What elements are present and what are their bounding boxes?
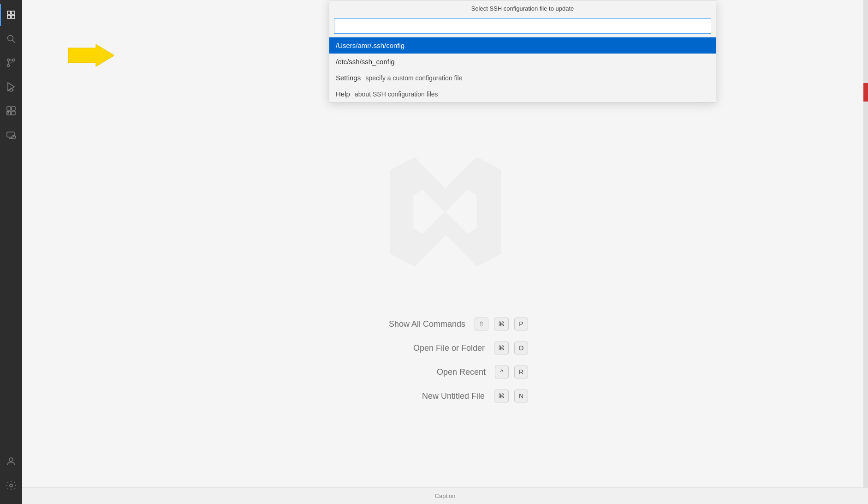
picker-item-help-desc: about SSH configuration files <box>355 90 438 98</box>
picker-list: /Users/amr/.ssh/config /etc/ssh/ssh_conf… <box>329 37 716 102</box>
svg-point-4 <box>8 36 13 41</box>
svg-rect-3 <box>12 15 15 18</box>
picker-item-path-1: /Users/amr/.ssh/config <box>336 42 404 49</box>
sidebar-item-explorer[interactable] <box>0 4 22 26</box>
svg-rect-15 <box>12 111 15 115</box>
svg-point-8 <box>7 59 10 61</box>
picker-item-etc-ssh-config[interactable]: /etc/ssh/ssh_config <box>329 54 716 70</box>
caption-bar: Caption <box>22 487 868 504</box>
picker-item-settings-prefix: Settings <box>336 74 361 82</box>
sidebar-bottom <box>0 450 22 500</box>
caption-text: Caption <box>435 492 456 499</box>
sidebar-item-remote-explorer[interactable] <box>0 124 22 146</box>
picker-item-help[interactable]: Help about SSH configuration files <box>329 86 716 102</box>
scrollbar[interactable] <box>863 0 868 504</box>
sidebar <box>0 0 22 504</box>
svg-point-23 <box>9 458 13 462</box>
picker-item-path-2: /etc/ssh/ssh_config <box>336 58 395 66</box>
svg-line-5 <box>12 40 15 43</box>
picker-title: Select SSH configuration file to update <box>329 0 716 16</box>
svg-point-7 <box>13 59 15 61</box>
svg-rect-14 <box>12 107 15 110</box>
scrollbar-thumb[interactable] <box>863 83 868 102</box>
picker-item-settings[interactable]: Settings specify a custom configuration … <box>329 70 716 86</box>
svg-point-6 <box>7 65 10 67</box>
picker-item-help-prefix: Help <box>336 90 350 98</box>
svg-rect-2 <box>7 15 11 18</box>
svg-rect-13 <box>7 107 11 110</box>
picker-item-user-ssh-config[interactable]: /Users/amr/.ssh/config <box>329 37 716 54</box>
sidebar-item-search[interactable] <box>0 28 22 50</box>
picker-search-input[interactable] <box>334 18 711 34</box>
sidebar-item-run-debug[interactable] <box>0 76 22 98</box>
sidebar-item-account[interactable] <box>0 450 22 473</box>
arrow-annotation <box>68 44 114 68</box>
ssh-config-picker: Select SSH configuration file to update … <box>329 0 716 102</box>
sidebar-item-source-control[interactable] <box>0 52 22 74</box>
main-content: Show All Commands ⇧ ⌘ P Open File or Fol… <box>22 0 868 504</box>
svg-rect-0 <box>7 11 11 14</box>
sidebar-item-extensions[interactable] <box>0 100 22 122</box>
svg-point-24 <box>10 484 12 487</box>
dialog-overlay: Select SSH configuration file to update … <box>22 0 868 504</box>
sidebar-top <box>0 4 22 450</box>
sidebar-item-settings[interactable] <box>0 474 22 497</box>
svg-rect-1 <box>12 11 15 14</box>
picker-item-settings-desc: specify a custom configuration file <box>365 74 462 82</box>
picker-input-wrap <box>329 16 716 37</box>
svg-marker-25 <box>68 44 114 66</box>
